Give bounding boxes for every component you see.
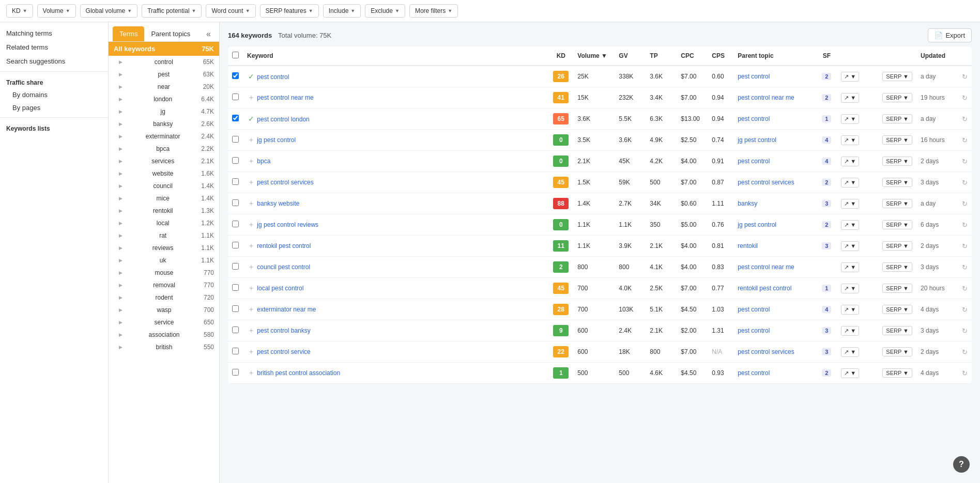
trend-button[interactable]: ↗ ▼ [841,241,859,251]
row-checkbox[interactable] [232,242,239,248]
add-keyword-icon[interactable]: ＋ [247,262,255,272]
serp-button[interactable]: SERP ▼ [882,305,912,314]
add-keyword-icon[interactable]: ＋ [247,305,255,314]
row-checkbox[interactable] [232,369,239,376]
parent-topic-link[interactable]: pest control [738,73,770,80]
add-keyword-icon[interactable]: ＋ [247,135,255,145]
row-checkbox[interactable] [232,221,239,227]
row-checkbox[interactable] [232,284,239,291]
parent-topic-link[interactable]: banksy [738,200,757,207]
keyword-filter-item[interactable]: ▶pest63K [109,68,219,81]
filter-global-volume[interactable]: Global volume▼ [80,4,138,18]
parent-topic-link[interactable]: pest control near me [738,94,794,101]
filter-word-count[interactable]: Word count▼ [206,4,255,18]
filter-more-filters[interactable]: More filters▼ [409,4,458,18]
keyword-link[interactable]: pest control near me [257,94,313,101]
refresh-icon[interactable]: ↻ [962,221,968,229]
refresh-icon[interactable]: ↻ [962,115,968,123]
sidebar-item-related-terms[interactable]: Related terms [0,40,108,54]
row-checkbox[interactable] [232,263,239,270]
refresh-icon[interactable]: ↻ [962,94,968,102]
keyword-filter-item[interactable]: ▶council1.4K [109,180,219,192]
keyword-filter-item[interactable]: ▶british550 [109,341,219,353]
select-all-checkbox[interactable] [232,52,239,58]
refresh-icon[interactable]: ↻ [962,73,968,81]
keyword-filter-item[interactable]: ▶association580 [109,329,219,341]
trend-button[interactable]: ↗ ▼ [841,262,859,272]
trend-button[interactable]: ↗ ▼ [841,72,859,82]
row-checkbox[interactable] [232,94,239,100]
parent-topic-link[interactable]: pest control services [738,348,794,355]
keyword-filter-item[interactable]: ▶website1.6K [109,167,219,180]
refresh-icon[interactable]: ↻ [962,179,968,186]
serp-button[interactable]: SERP ▼ [882,72,912,81]
serp-button[interactable]: SERP ▼ [882,157,912,166]
refresh-icon[interactable]: ↻ [962,200,968,208]
keyword-filter-item[interactable]: ▶rentokil1.3K [109,205,219,217]
collapse-panel-button[interactable]: « [202,27,215,41]
parent-topic-link[interactable]: jg pest control [738,136,776,144]
keyword-link[interactable]: jg pest control [257,136,296,144]
trend-button[interactable]: ↗ ▼ [841,220,859,230]
refresh-icon[interactable]: ↻ [962,327,968,335]
keyword-filter-item[interactable]: ▶jg4.7K [109,105,219,118]
keyword-filter-item[interactable]: ▶removal770 [109,279,219,291]
serp-button[interactable]: SERP ▼ [882,241,912,251]
filter-exclude[interactable]: Exclude▼ [365,4,405,18]
refresh-icon[interactable]: ↻ [962,136,968,144]
tab-terms[interactable]: Terms [113,26,144,41]
help-button[interactable]: ? [953,456,970,473]
serp-button[interactable]: SERP ▼ [882,326,912,335]
trend-button[interactable]: ↗ ▼ [841,326,859,336]
tab-parent-topics[interactable]: Parent topics [144,26,197,41]
keyword-filter-item[interactable]: ▶london6.4K [109,93,219,105]
serp-button[interactable]: SERP ▼ [882,284,912,293]
keyword-link[interactable]: council pest control [257,263,310,271]
row-checkbox[interactable] [232,72,239,79]
keyword-filter-item[interactable]: ▶uk1.1K [109,254,219,267]
trend-button[interactable]: ↗ ▼ [841,199,859,209]
add-keyword-icon[interactable]: ＋ [247,241,255,251]
keyword-filter-item[interactable]: ▶near20K [109,81,219,93]
trend-button[interactable]: ↗ ▼ [841,114,859,124]
keyword-link[interactable]: bpca [257,158,270,165]
filter-traffic-potential[interactable]: Traffic potential▼ [142,4,202,18]
parent-topic-link[interactable]: jg pest control [738,221,776,228]
keyword-filter-item[interactable]: ▶mice1.4K [109,192,219,205]
parent-topic-link[interactable]: pest control [738,306,770,313]
trend-button[interactable]: ↗ ▼ [841,157,859,166]
keyword-link[interactable]: rentokil pest control [257,242,311,250]
add-keyword-icon[interactable]: ＋ [247,199,255,208]
keyword-filter-item[interactable]: ▶wasp700 [109,304,219,316]
sidebar-item-by-domains[interactable]: By domains [0,88,108,101]
trend-button[interactable]: ↗ ▼ [841,93,859,103]
row-checkbox[interactable] [232,326,239,333]
filter-volume[interactable]: Volume▼ [37,4,76,18]
add-keyword-icon[interactable]: ＋ [247,368,255,378]
parent-topic-link[interactable]: pest control near me [738,263,794,271]
keyword-filter-item[interactable]: ▶control65K [109,56,219,68]
trend-button[interactable]: ↗ ▼ [841,178,859,188]
refresh-icon[interactable]: ↻ [962,369,968,377]
trend-button[interactable]: ↗ ▼ [841,347,859,357]
refresh-icon[interactable]: ↻ [962,306,968,314]
keyword-filter-item[interactable]: ▶rodent720 [109,291,219,304]
parent-topic-link[interactable]: pest control [738,158,770,165]
filter-kd[interactable]: KD▼ [6,4,33,18]
serp-button[interactable]: SERP ▼ [882,262,912,272]
serp-button[interactable]: SERP ▼ [882,199,912,208]
sidebar-item-by-pages[interactable]: By pages [0,101,108,114]
add-keyword-icon[interactable]: ＋ [247,326,255,335]
keyword-link[interactable]: pest control [257,73,289,81]
serp-button[interactable]: SERP ▼ [882,135,912,145]
keyword-filter-item[interactable]: ▶bpca2.2K [109,143,219,155]
serp-button[interactable]: SERP ▼ [882,93,912,102]
row-checkbox[interactable] [232,178,239,185]
refresh-icon[interactable]: ↻ [962,242,968,250]
refresh-icon[interactable]: ↻ [962,158,968,165]
keyword-filter-item[interactable]: ▶service650 [109,316,219,329]
parent-topic-link[interactable]: pest control [738,369,770,377]
refresh-icon[interactable]: ↻ [962,285,968,292]
parent-topic-link[interactable]: rentokil pest control [738,285,791,292]
keyword-link[interactable]: exterminator near me [257,306,316,313]
